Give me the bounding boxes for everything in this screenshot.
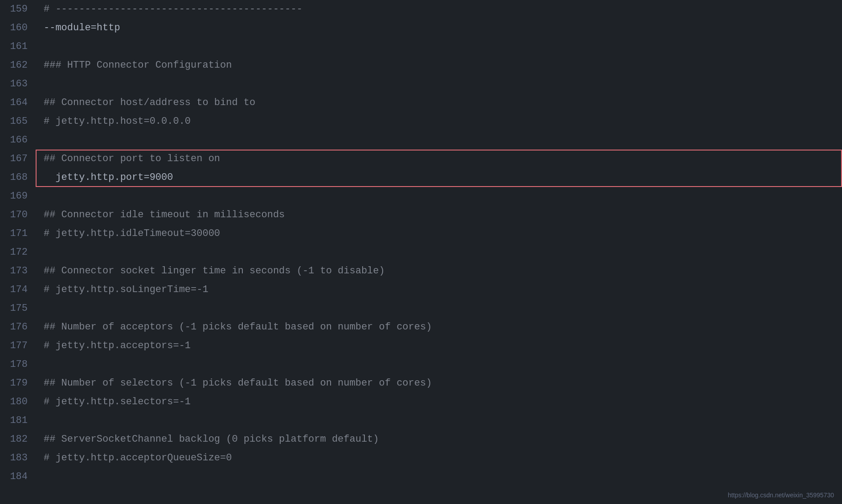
line-number: 169 [0,187,36,206]
code-line: 166 [0,131,842,150]
line-content: # jetty.http.host=0.0.0.0 [36,112,842,131]
line-content: --module=http [36,19,842,37]
line-content: ## Number of selectors (-1 picks default… [36,374,842,393]
code-line: 165# jetty.http.host=0.0.0.0 [0,112,842,131]
code-line: 177# jetty.http.acceptors=-1 [0,337,842,355]
line-number: 160 [0,19,36,37]
line-content: # jetty.http.acceptors=-1 [36,337,842,355]
line-number: 163 [0,75,36,93]
line-number: 170 [0,206,36,224]
line-content: # jetty.http.soLingerTime=-1 [36,280,842,299]
code-line: 168 jetty.http.port=9000 [0,168,842,187]
line-number: 183 [0,449,36,467]
line-number: 181 [0,411,36,430]
line-number: 167 [0,150,36,168]
highlighted-block: 167## Connector port to listen on168 jet… [0,150,842,187]
code-line: 169 [0,187,842,206]
line-content: # --------------------------------------… [36,0,842,19]
line-content: # jetty.http.selectors=-1 [36,393,842,411]
line-content: ## ServerSocketChannel backlog (0 picks … [36,430,842,449]
code-line: 161 [0,37,842,56]
line-number: 184 [0,467,36,486]
line-number: 182 [0,430,36,449]
line-number: 175 [0,299,36,318]
line-content: jetty.http.port=9000 [36,168,842,187]
line-number: 176 [0,318,36,337]
code-line: 167## Connector port to listen on [0,150,842,168]
code-line: 162### HTTP Connector Configuration [0,56,842,75]
code-editor: 159# -----------------------------------… [0,0,842,486]
code-line: 184 [0,467,842,486]
line-content: ## Connector socket linger time in secon… [36,262,842,280]
code-line: 164## Connector host/address to bind to [0,93,842,112]
line-number: 179 [0,374,36,393]
code-line: 163 [0,75,842,93]
line-number: 177 [0,337,36,355]
code-line: 183# jetty.http.acceptorQueueSize=0 [0,449,842,467]
code-line: 170## Connector idle timeout in millisec… [0,206,842,224]
line-number: 165 [0,112,36,131]
line-number: 174 [0,280,36,299]
code-line: 159# -----------------------------------… [0,0,842,19]
line-number: 166 [0,131,36,150]
code-line: 172 [0,243,842,262]
code-line: 176## Number of acceptors (-1 picks defa… [0,318,842,337]
line-content: # jetty.http.idleTimeout=30000 [36,224,842,243]
code-line: 173## Connector socket linger time in se… [0,262,842,280]
code-line: 160--module=http [0,19,842,37]
code-line: 175 [0,299,842,318]
line-content: ## Connector port to listen on [36,150,842,168]
line-number: 171 [0,224,36,243]
line-number: 159 [0,0,36,19]
line-number: 164 [0,93,36,112]
line-number: 172 [0,243,36,262]
line-content: ## Connector host/address to bind to [36,93,842,112]
line-number: 168 [0,168,36,187]
line-content: ## Number of acceptors (-1 picks default… [36,318,842,337]
code-line: 171# jetty.http.idleTimeout=30000 [0,224,842,243]
code-line: 174# jetty.http.soLingerTime=-1 [0,280,842,299]
line-number: 162 [0,56,36,75]
code-line: 179## Number of selectors (-1 picks defa… [0,374,842,393]
line-number: 178 [0,355,36,374]
line-number: 161 [0,37,36,56]
line-number: 173 [0,262,36,280]
line-content: ## Connector idle timeout in millisecond… [36,206,842,224]
code-line: 182## ServerSocketChannel backlog (0 pic… [0,430,842,449]
line-content: # jetty.http.acceptorQueueSize=0 [36,449,842,467]
code-line: 178 [0,355,842,374]
line-number: 180 [0,393,36,411]
watermark: https://blog.csdn.net/weixin_35995730 [728,492,834,499]
line-content: ### HTTP Connector Configuration [36,56,842,75]
code-line: 181 [0,411,842,430]
code-line: 180# jetty.http.selectors=-1 [0,393,842,411]
